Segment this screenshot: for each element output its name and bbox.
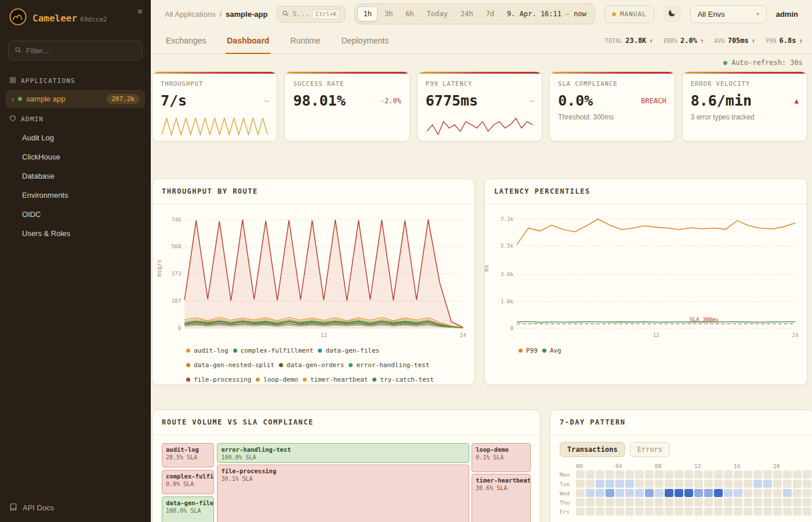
time-range-1h[interactable]: 1h <box>357 6 377 21</box>
heatmap-cell[interactable] <box>694 489 703 497</box>
api-docs-link[interactable]: API Docs <box>0 494 151 522</box>
heatmap-cell[interactable] <box>704 507 713 516</box>
heatmap-cell[interactable] <box>675 498 683 506</box>
time-range-7d[interactable]: 7d <box>480 6 500 21</box>
heatmap-cell[interactable] <box>734 470 742 478</box>
legend-item-complex-fulfillment[interactable]: complex-fulfillment <box>233 347 314 354</box>
heatmap-cell[interactable] <box>576 498 585 506</box>
heatmap-cell[interactable] <box>625 507 634 516</box>
heatmap-cell[interactable] <box>655 498 664 506</box>
heatmap-cell[interactable] <box>773 480 782 488</box>
heatmap-cell[interactable] <box>753 507 762 516</box>
heatmap-cell[interactable] <box>773 498 782 506</box>
heatmap-cell[interactable] <box>793 480 802 488</box>
heatmap-cell[interactable] <box>635 498 644 506</box>
sidebar-filter[interactable] <box>8 41 143 60</box>
heatmap-cell[interactable] <box>793 507 802 516</box>
heatmap-cell[interactable] <box>744 507 752 516</box>
heatmap-cell[interactable] <box>704 498 713 506</box>
filter-input[interactable] <box>26 46 136 55</box>
env-selector[interactable]: All Envs ▾ <box>690 5 767 23</box>
heatmap-cell[interactable] <box>704 489 713 497</box>
legend-item-error-handling-test[interactable]: error-handling-test <box>349 361 429 369</box>
heatmap-cell[interactable] <box>665 507 673 516</box>
heatmap-cell[interactable] <box>576 507 585 516</box>
heatmap-cell[interactable] <box>793 489 802 497</box>
dark-mode-toggle[interactable] <box>664 5 681 23</box>
heatmap-cell[interactable] <box>803 498 811 506</box>
heatmap-cell[interactable] <box>625 498 634 506</box>
heatmap-cell[interactable] <box>724 507 733 516</box>
heatmap-cell[interactable] <box>635 470 644 478</box>
heatmap-cell[interactable] <box>675 470 683 478</box>
heatmap-cell[interactable] <box>783 507 792 516</box>
heatmap-cell[interactable] <box>783 480 792 488</box>
heatmap-cell[interactable] <box>793 470 802 478</box>
heatmap-cell[interactable] <box>635 480 644 488</box>
heatmap-cell[interactable] <box>606 507 614 516</box>
heatmap-cell[interactable] <box>645 470 654 478</box>
time-range-6h[interactable]: 6h <box>400 6 419 21</box>
treemap-cell-timer-heartbeat[interactable]: timer-heartbeat30.6% SLA <box>472 474 531 522</box>
heatmap-cell[interactable] <box>783 470 792 478</box>
heatmap-cell[interactable] <box>596 470 604 478</box>
heatmap-cell[interactable] <box>606 480 614 488</box>
heatmap-cell[interactable] <box>724 489 733 497</box>
heatmap-cell[interactable] <box>586 480 594 488</box>
tab-deployments[interactable]: Deployments <box>340 28 390 54</box>
heatmap-cell[interactable] <box>753 480 762 488</box>
legend-item-avg[interactable]: Avg <box>542 347 561 354</box>
heatmap-cell[interactable] <box>694 507 703 516</box>
heatmap-cell[interactable] <box>793 498 802 506</box>
heatmap-cell[interactable] <box>684 507 693 516</box>
sidebar-item-oidc[interactable]: OIDC <box>0 205 151 224</box>
heatmap-cell[interactable] <box>753 470 762 478</box>
heatmap-cell[interactable] <box>763 470 772 478</box>
heatmap-tab-errors[interactable]: Errors <box>630 442 670 457</box>
heatmap-cell[interactable] <box>635 489 644 497</box>
heatmap-cell[interactable] <box>606 470 614 478</box>
manual-refresh-button[interactable]: MANUAL <box>604 5 654 23</box>
tab-dashboard[interactable]: Dashboard <box>226 28 270 54</box>
treemap-cell-data-gen-files[interactable]: data-gen-files100.0% SLA <box>162 496 214 522</box>
heatmap-cell[interactable] <box>724 498 733 506</box>
heatmap-cell[interactable] <box>625 470 634 478</box>
time-range-3h[interactable]: 3h <box>379 6 398 21</box>
heatmap-cell[interactable] <box>714 498 723 506</box>
legend-item-data-gen-orders[interactable]: data-gen-orders <box>279 361 344 369</box>
heatmap-cell[interactable] <box>615 489 624 497</box>
heatmap-cell[interactable] <box>655 470 664 478</box>
heatmap-cell[interactable] <box>803 470 811 478</box>
heatmap-cell[interactable] <box>596 489 604 497</box>
sidebar-item-audit-log[interactable]: Audit Log <box>0 128 151 147</box>
heatmap-cell[interactable] <box>704 480 713 488</box>
heatmap-cell[interactable] <box>783 489 792 497</box>
heatmap-tab-transactions[interactable]: Transactions <box>560 442 625 457</box>
collapse-sidebar-button[interactable]: « <box>137 6 143 16</box>
heatmap-cell[interactable] <box>734 507 742 516</box>
heatmap-cell[interactable] <box>763 489 772 497</box>
user-label[interactable]: admin <box>776 10 798 19</box>
heatmap-cell[interactable] <box>586 489 594 497</box>
heatmap-cell[interactable] <box>576 480 585 488</box>
heatmap-cell[interactable] <box>586 470 594 478</box>
treemap-cell-complex-fulfil[interactable]: complex-fulfil...0.0% SLA <box>162 470 214 494</box>
heatmap-cell[interactable] <box>744 489 752 497</box>
heatmap-cell[interactable] <box>596 507 604 516</box>
heatmap-cell[interactable] <box>734 480 742 488</box>
time-range-24h[interactable]: 24h <box>455 6 479 21</box>
time-range-today[interactable]: Today <box>421 6 454 21</box>
heatmap-cell[interactable] <box>744 498 752 506</box>
heatmap-cell[interactable] <box>753 498 762 506</box>
heatmap-cell[interactable] <box>803 480 811 488</box>
breadcrumb-root[interactable]: All Applications <box>165 10 215 19</box>
heatmap-cell[interactable] <box>704 470 713 478</box>
heatmap-cell[interactable] <box>744 480 752 488</box>
heatmap-cell[interactable] <box>724 480 733 488</box>
sidebar-item-users-roles[interactable]: Users & Roles <box>0 224 151 243</box>
heatmap-cell[interactable] <box>773 489 782 497</box>
legend-item-file-processing[interactable]: file-processing <box>186 376 251 383</box>
heatmap-cell[interactable] <box>645 507 654 516</box>
heatmap-cell[interactable] <box>684 489 693 497</box>
legend-item-timer-heartbeat[interactable]: timer-heartbeat <box>303 376 368 383</box>
